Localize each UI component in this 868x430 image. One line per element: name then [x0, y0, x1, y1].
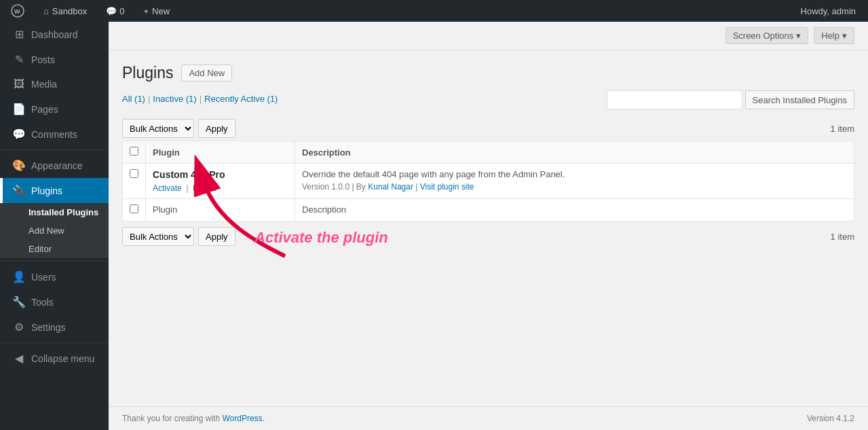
screen-options-chevron: ▾	[796, 31, 801, 41]
table-footer-row: Plugin Description	[123, 199, 854, 221]
plugin-name-cell: Custom 404 Pro Activate | Delete	[146, 164, 295, 199]
plugins-submenu: Installed Plugins Add New Editor	[0, 203, 109, 258]
content-header: Screen Options ▾ Help ▾	[109, 22, 868, 50]
table-row: Custom 404 Pro Activate | Delete Overrid…	[123, 164, 854, 199]
footer-thank-you: Thank you for creating with	[122, 414, 220, 423]
new-content-item[interactable]: + New	[138, 0, 175, 22]
table-wrapper: Plugin Description Custom 404 Pro	[122, 141, 854, 221]
plugin-version: 1.0.0	[331, 182, 350, 192]
sidebar-label-comments: Comments	[31, 129, 77, 140]
filter-inactive[interactable]: Inactive (1)	[153, 94, 196, 104]
sidebar-label-tools: Tools	[31, 297, 54, 308]
footer-description-cell: Description	[295, 199, 854, 221]
activate-link[interactable]: Activate	[153, 183, 182, 193]
apply-button-top[interactable]: Apply	[198, 119, 235, 138]
row-checkbox[interactable]	[130, 169, 138, 178]
help-label: Help	[821, 31, 839, 41]
submenu-add-new[interactable]: Add New	[0, 221, 109, 240]
version-label: Version	[302, 182, 331, 192]
select-all-checkbox[interactable]	[130, 147, 138, 156]
new-label: New	[152, 6, 170, 16]
admin-bar: W ⌂ Sandbox 💬 0 + New Howdy, admin	[0, 0, 868, 22]
sidebar-label-pages: Pages	[31, 104, 58, 115]
bulk-actions-top: Bulk Actions Apply 1 item	[122, 119, 854, 138]
th-description: Description	[295, 141, 854, 164]
visit-plugin-link[interactable]: Visit plugin site	[420, 182, 474, 192]
screen-options-button[interactable]: Screen Options ▾	[725, 27, 809, 44]
filter-all[interactable]: All (1)	[122, 94, 145, 104]
collapse-icon: ◀	[12, 352, 26, 365]
plugins-table: Plugin Description Custom 404 Pro	[122, 141, 854, 221]
footer: Thank you for creating with WordPress. V…	[109, 406, 868, 430]
footer-checkbox-cell	[123, 199, 146, 221]
wp-logo-item[interactable]: W	[5, 0, 30, 22]
plugins-icon: 🔌	[12, 184, 26, 197]
plus-icon: +	[143, 6, 149, 16]
sidebar-label-appearance: Appearance	[31, 160, 83, 171]
sidebar-separator-1	[0, 149, 109, 150]
comment-icon: 💬	[106, 6, 117, 16]
footer-wordpress-link[interactable]: WordPress.	[222, 414, 264, 423]
sidebar-label-plugins: Plugins	[31, 185, 62, 196]
add-new-button[interactable]: Add New	[181, 65, 232, 82]
pages-icon: 📄	[12, 103, 26, 115]
sidebar-item-pages[interactable]: 📄 Pages	[0, 96, 109, 122]
help-chevron: ▾	[842, 31, 847, 41]
delete-link[interactable]: Delete	[193, 183, 216, 193]
submenu-installed-plugins[interactable]: Installed Plugins	[0, 203, 109, 221]
main-content: Screen Options ▾ Help ▾ Plugins Add New …	[109, 22, 868, 430]
plugin-description: Override the default 404 page with any p…	[302, 169, 847, 179]
sidebar-item-posts[interactable]: ✎ Posts	[0, 47, 109, 72]
add-new-label: Add New	[189, 68, 225, 78]
sidebar: ⊞ Dashboard ✎ Posts 🖼 Media 📄 Pages 💬 Co…	[0, 22, 109, 430]
bulk-actions-select-bottom[interactable]: Bulk Actions	[122, 227, 194, 246]
page-title: Plugins	[122, 64, 173, 82]
filter-sep-1: |	[148, 94, 150, 104]
sidebar-item-tools[interactable]: 🔧 Tools	[0, 289, 109, 315]
help-button[interactable]: Help ▾	[814, 27, 854, 44]
plugin-description-cell: Override the default 404 page with any p…	[295, 164, 854, 199]
comments-item[interactable]: 💬 0	[100, 0, 130, 22]
apply-button-bottom[interactable]: Apply	[198, 227, 235, 246]
site-name: Sandbox	[52, 6, 87, 16]
bulk-actions-select-top[interactable]: Bulk Actions	[122, 119, 194, 138]
sidebar-item-media[interactable]: 🖼 Media	[0, 72, 109, 96]
author-link[interactable]: Kunal Nagar	[368, 182, 413, 192]
search-button-label: Search Installed Plugins	[753, 95, 847, 105]
content-body: Plugins Add New All (1) | Inactive (1) |…	[109, 50, 868, 406]
sidebar-separator-3	[0, 342, 109, 343]
page-title-area: Plugins Add New	[122, 64, 854, 82]
settings-icon: ⚙	[12, 321, 26, 334]
sidebar-label-settings: Settings	[31, 322, 66, 333]
home-icon: ⌂	[43, 6, 49, 16]
screen-options-label: Screen Options	[733, 31, 794, 41]
sidebar-item-dashboard[interactable]: ⊞ Dashboard	[0, 22, 109, 47]
sidebar-label-dashboard: Dashboard	[31, 29, 78, 40]
filter-recently-active[interactable]: Recently Active (1)	[204, 94, 278, 104]
filter-links: All (1) | Inactive (1) | Recently Active…	[122, 94, 278, 104]
dashboard-icon: ⊞	[12, 28, 26, 41]
footer-left: Thank you for creating with WordPress.	[122, 414, 265, 423]
search-button[interactable]: Search Installed Plugins	[745, 90, 854, 109]
sidebar-separator-2	[0, 261, 109, 262]
sidebar-item-appearance[interactable]: 🎨 Appearance	[0, 153, 109, 178]
sidebar-item-plugins[interactable]: 🔌 Plugins	[0, 178, 109, 203]
plugin-name: Custom 404 Pro	[153, 169, 288, 180]
sidebar-item-collapse[interactable]: ◀ Collapse menu	[0, 346, 109, 371]
th-checkbox	[123, 141, 146, 164]
meta-sep-1: | By	[352, 182, 368, 192]
submenu-editor[interactable]: Editor	[0, 240, 109, 258]
sidebar-item-settings[interactable]: ⚙ Settings	[0, 315, 109, 340]
th-plugin: Plugin	[146, 141, 295, 164]
site-name-item[interactable]: ⌂ Sandbox	[38, 0, 92, 22]
submenu-installed-label: Installed Plugins	[29, 207, 98, 217]
sidebar-item-comments[interactable]: 💬 Comments	[0, 122, 109, 147]
bulk-actions-left-top: Bulk Actions Apply	[122, 119, 235, 138]
search-input[interactable]	[607, 90, 742, 109]
item-count-top: 1 item	[831, 124, 854, 134]
item-count-bottom: 1 item	[831, 232, 854, 242]
sidebar-item-users[interactable]: 👤 Users	[0, 264, 109, 289]
sidebar-label-media: Media	[31, 79, 57, 90]
footer-row-checkbox[interactable]	[130, 204, 138, 213]
search-row: Search Installed Plugins	[607, 90, 854, 109]
